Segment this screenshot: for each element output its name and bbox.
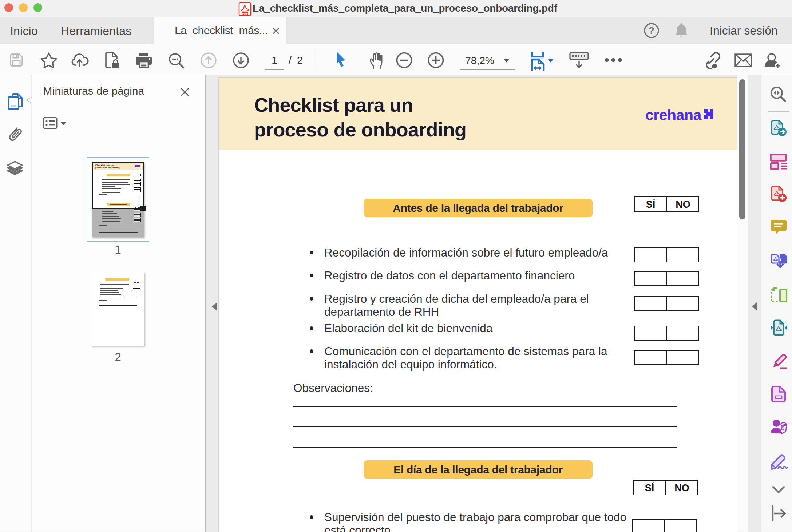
svg-text:?: ? xyxy=(649,25,654,36)
svg-text:PDF: PDF xyxy=(242,12,248,15)
